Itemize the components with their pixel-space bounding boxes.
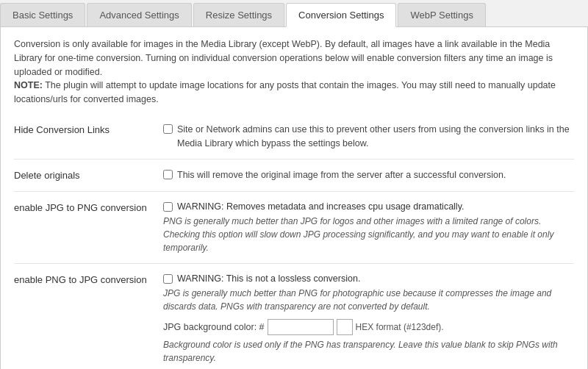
checkbox-png-to-jpg[interactable] (163, 274, 173, 284)
tab-advanced[interactable]: Advanced Settings (87, 3, 191, 26)
tab-webp[interactable]: WebP Settings (398, 3, 486, 26)
setting-label-delete-originals: Delete originals (14, 160, 157, 192)
setting-row-jpg-to-png: enable JPG to PNG conversionWARNING: Rem… (14, 192, 574, 264)
tab-resize[interactable]: Resize Settings (193, 3, 284, 26)
setting-label-png-to-jpg: enable PNG to JPG conversion (14, 264, 157, 369)
italic-desc-png-to-jpg: JPG is generally much better than PNG fo… (163, 287, 574, 313)
settings-table: Hide Conversion LinksSite or Network adm… (14, 114, 574, 369)
italic-desc-jpg-to-png: PNG is generally much better than JPG fo… (163, 215, 574, 254)
setting-value-delete-originals: This will remove the original image from… (157, 160, 574, 192)
setting-value-png-to-jpg: WARNING: This is not a lossless conversi… (157, 264, 574, 369)
tab-conversion[interactable]: Conversion Settings (286, 3, 396, 27)
content-area: Conversion is only available for images … (0, 27, 588, 369)
jpg-bg-label: JPG background color: # (163, 322, 265, 332)
hex-hint: HEX format (#123def). (356, 322, 444, 332)
setting-label-jpg-to-png: enable JPG to PNG conversion (14, 192, 157, 264)
intro-paragraph: Conversion is only available for images … (14, 37, 574, 107)
jpg-bg-italic-desc: Background color is used only if the PNG… (163, 338, 574, 365)
checkbox-hide-conversion-links[interactable] (163, 124, 173, 134)
tab-basic[interactable]: Basic Settings (0, 3, 85, 26)
warning-text-png-to-jpg: WARNING: This is not a lossless conversi… (177, 273, 360, 284)
setting-row-png-to-jpg: enable PNG to JPG conversionWARNING: Thi… (14, 264, 574, 369)
setting-label-hide-conversion-links: Hide Conversion Links (14, 114, 157, 160)
checkbox-delete-originals[interactable] (163, 170, 173, 179)
desc-text-delete-originals: This will remove the original image from… (177, 170, 506, 180)
tab-bar: Basic Settings Advanced Settings Resize … (0, 0, 588, 27)
setting-row-delete-originals: Delete originalsThis will remove the ori… (14, 160, 574, 192)
setting-value-jpg-to-png: WARNING: Removes metadata and increases … (157, 192, 574, 264)
setting-value-hide-conversion-links: Site or Network admins can use this to p… (157, 114, 574, 160)
intro-main-text: Conversion is only available for images … (14, 39, 553, 77)
note-body: The plugin will attempt to update image … (14, 80, 556, 104)
desc-text-hide-conversion-links: Site or Network admins can use this to p… (177, 124, 570, 148)
warning-text-jpg-to-png: WARNING: Removes metadata and increases … (177, 201, 464, 212)
checkbox-jpg-to-png[interactable] (163, 202, 173, 212)
jpg-bg-row: JPG background color: #HEX format (#123d… (163, 319, 574, 335)
jpg-bg-input[interactable] (268, 319, 334, 335)
color-swatch (337, 319, 353, 335)
note-label: NOTE: (14, 80, 43, 90)
setting-row-hide-conversion-links: Hide Conversion LinksSite or Network adm… (14, 114, 574, 160)
